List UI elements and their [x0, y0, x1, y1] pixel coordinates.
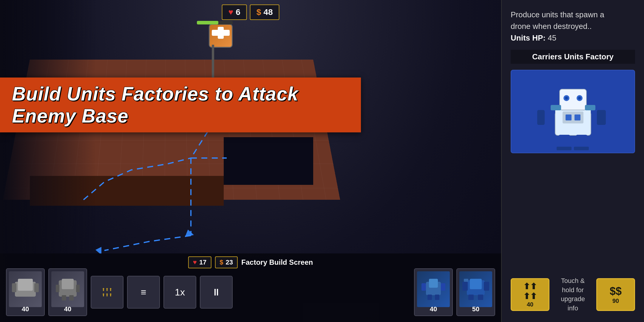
- svg-rect-23: [421, 283, 426, 291]
- bottom-hud-wrapper: ♥ 17 $ 23 Factory Build Screen: [0, 253, 501, 322]
- unit-slot-3[interactable]: 40: [414, 268, 453, 316]
- svg-rect-29: [462, 282, 468, 291]
- bottom-lives-value: 17: [199, 258, 206, 266]
- list-icon: ≡: [141, 287, 146, 298]
- unit-slot-3-icon: [417, 271, 450, 307]
- svg-rect-20: [69, 295, 74, 301]
- panel-actions: ⬆⬆⬆⬆ 40 Touch & hold for upgrade info $$…: [511, 276, 635, 313]
- game-viewport: ♥ 6 $ 48 Build Units Factories to Attack…: [0, 0, 501, 322]
- unit-slot-3-cost: 40: [430, 305, 437, 313]
- svg-rect-46: [574, 114, 580, 120]
- unit-slot-2[interactable]: 40: [48, 268, 87, 316]
- svg-rect-33: [478, 295, 483, 300]
- svg-rect-25: [427, 295, 432, 300]
- upgrade-arrows-icon: ⬆⬆⬆⬆: [523, 281, 537, 301]
- touch-hold-label: Touch & hold for upgrade info: [561, 277, 585, 312]
- svg-rect-51: [551, 105, 561, 110]
- speed-label: 1x: [175, 287, 185, 298]
- factory-name-text: Carriers Units Factory: [532, 52, 614, 61]
- svg-point-38: [565, 97, 568, 100]
- hp-value: 45: [548, 33, 556, 42]
- coins-value: 48: [263, 7, 273, 17]
- unit-slot-1-icon: [9, 271, 42, 307]
- lives-value: 6: [236, 7, 240, 17]
- factory-robot-svg: [534, 73, 612, 150]
- desc-line1: Produce units that spawn a: [511, 10, 604, 19]
- upgrade-icon-2: ⬆⬆⬆: [102, 292, 112, 297]
- ctrl-speed-btn[interactable]: 1x: [163, 276, 196, 309]
- pause-icon: ⏸: [211, 287, 221, 298]
- svg-rect-26: [435, 295, 439, 300]
- buy-cost-icon: $$: [610, 285, 622, 298]
- svg-rect-41: [537, 110, 545, 125]
- top-hud: ♥ 6 $ 48: [222, 4, 279, 20]
- buy-cost-label: 90: [612, 298, 619, 304]
- main-banner: Build Units Factories to Attack Enemy Ba…: [0, 78, 361, 132]
- bottom-heart-icon: ♥: [193, 258, 197, 266]
- svg-rect-14: [34, 283, 39, 292]
- factory-name: Carriers Units Factory: [511, 50, 635, 64]
- unit-slot-2-icon: [51, 271, 84, 307]
- coin-icon: $: [257, 7, 261, 17]
- health-fill: [197, 21, 218, 24]
- svg-rect-16: [62, 279, 74, 289]
- svg-rect-19: [62, 295, 66, 301]
- desc-line2: drone when destroyed.: [511, 22, 590, 31]
- heart-icon: ♥: [228, 7, 234, 17]
- svg-rect-12: [18, 279, 33, 291]
- upgrade-cost-label: 40: [527, 301, 533, 308]
- ctrl-pause-btn[interactable]: ⏸: [200, 276, 233, 309]
- platform-cutout: [224, 137, 313, 185]
- unit-slot-2-cost: 40: [64, 305, 71, 313]
- svg-rect-45: [566, 114, 572, 120]
- svg-rect-24: [441, 283, 445, 291]
- bottom-lives-display: ♥ 17: [188, 256, 211, 268]
- svg-rect-28: [470, 279, 482, 289]
- bottom-bar: 40 40 ⬆⬆⬆ ⬆⬆⬆: [6, 268, 495, 316]
- factory-description: Produce units that spawn a drone when de…: [511, 9, 635, 44]
- bottom-coins-display: $ 23: [215, 256, 238, 268]
- svg-rect-17: [56, 285, 59, 292]
- right-panel: Produce units that spawn a drone when de…: [501, 0, 644, 322]
- upgrade-icon: ⬆⬆⬆: [102, 287, 112, 292]
- touch-hold-text: Touch & hold for upgrade info: [555, 276, 590, 313]
- enemy-health-bar: [197, 21, 233, 24]
- svg-rect-30: [484, 282, 489, 291]
- unit-slot-1-cost: 40: [22, 305, 29, 313]
- tower-unit-top: [209, 24, 233, 48]
- factory-image: [511, 70, 635, 153]
- svg-rect-52: [585, 105, 595, 110]
- banner-text: Build Units Factories to Attack Enemy Ba…: [12, 83, 298, 127]
- svg-rect-13: [12, 283, 16, 292]
- factory-build-label: Factory Build Screen: [241, 258, 313, 267]
- svg-point-39: [578, 97, 581, 100]
- buy-button[interactable]: $$ 90: [596, 278, 635, 311]
- svg-rect-31: [464, 279, 468, 282]
- bottom-coin-icon: $: [220, 258, 223, 266]
- upgrade-button[interactable]: ⬆⬆⬆⬆ 40: [511, 278, 549, 311]
- bottom-coins-value: 23: [226, 258, 233, 266]
- unit-slot-4[interactable]: 50: [456, 268, 495, 316]
- svg-rect-32: [468, 295, 474, 300]
- lives-display: ♥ 6: [222, 4, 247, 20]
- ctrl-upgrade-btn[interactable]: ⬆⬆⬆ ⬆⬆⬆: [91, 276, 123, 309]
- coins-display: $ 48: [250, 4, 279, 20]
- svg-rect-50: [574, 147, 589, 150]
- svg-rect-18: [76, 285, 80, 292]
- unit-slot-4-icon: [459, 271, 492, 307]
- unit-slot-4-cost: 50: [472, 305, 479, 313]
- svg-rect-48: [557, 147, 572, 150]
- ctrl-list-btn[interactable]: ≡: [127, 276, 160, 309]
- svg-rect-22: [429, 279, 438, 288]
- svg-rect-35: [560, 89, 586, 110]
- svg-rect-43: [597, 110, 606, 125]
- unit-slot-1[interactable]: 40: [6, 268, 45, 316]
- hp-label: Units HP:: [511, 33, 546, 42]
- bottom-stats-row: ♥ 17 $ 23 Factory Build Screen: [188, 256, 313, 268]
